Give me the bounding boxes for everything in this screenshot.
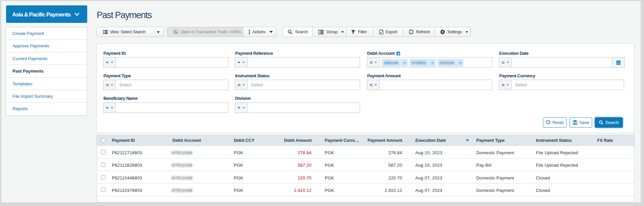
svg-text:x: x <box>380 31 382 34</box>
